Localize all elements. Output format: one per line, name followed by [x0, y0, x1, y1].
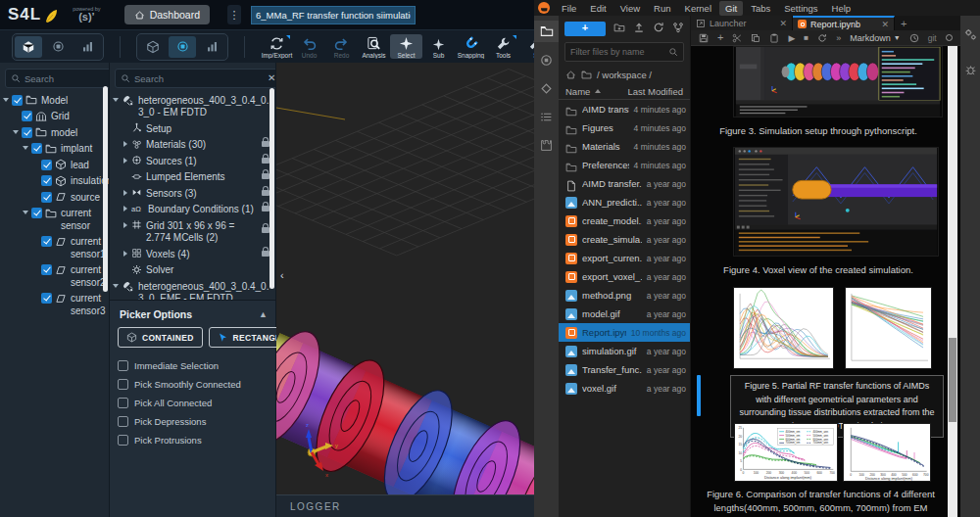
file-row[interactable]: export_voxel_...a year ago [559, 267, 690, 286]
view-bars-button[interactable] [198, 36, 225, 58]
run-all-button[interactable]: » [836, 33, 841, 43]
refresh-button[interactable] [653, 20, 664, 37]
running-sessions-tab[interactable] [534, 49, 559, 70]
tree-item-current-sensor3[interactable]: current sensor3 [0, 291, 109, 319]
menu-view[interactable]: View [614, 1, 646, 16]
cut-cell-button[interactable] [732, 29, 742, 47]
tree-item-sources[interactable]: Sources (1) [110, 153, 275, 169]
menu-settings[interactable]: Settings [778, 1, 823, 16]
file-row[interactable]: ANN_predicti...a year ago [559, 193, 690, 212]
clear-search-icon[interactable]: ✕ [268, 73, 275, 83]
model-tree-search-input[interactable] [24, 73, 110, 84]
caret-icon[interactable] [12, 129, 22, 137]
menu-tabs[interactable]: Tabs [745, 1, 776, 16]
clipped-toolbar-button[interactable]: S [519, 34, 534, 59]
file-browser-tab[interactable] [534, 21, 559, 42]
menu-kernel[interactable]: Kernel [679, 1, 717, 16]
caret-icon[interactable] [2, 97, 12, 105]
tree-item-sensors[interactable]: Sensors (3) [110, 185, 275, 202]
tools-button[interactable]: Tools [487, 34, 519, 59]
tree-item-source[interactable]: source [0, 189, 109, 206]
file-row[interactable]: method.pnga year ago [559, 286, 690, 305]
caret-icon[interactable] [122, 222, 131, 230]
git-sidebar-tab[interactable] [534, 77, 559, 99]
panel-collapse-chevron[interactable]: ‹ [280, 269, 284, 281]
file-row[interactable]: Materials4 minutes ago [559, 137, 690, 156]
dashboard-button[interactable]: Dashboard [124, 5, 210, 24]
breadcrumb[interactable]: / workspace / [559, 66, 690, 83]
file-row[interactable]: voxel.gifa year ago [559, 379, 690, 398]
caret-icon[interactable] [122, 251, 131, 258]
stop-kernel-button[interactable]: ■ [804, 33, 808, 42]
option-pick-depressions[interactable]: Pick Depressions [118, 412, 268, 431]
file-row[interactable]: Figures4 minutes ago [559, 118, 690, 137]
tree-item-current-sensor2[interactable]: current sensor2 [0, 262, 109, 291]
sub-button[interactable]: Sub [422, 34, 455, 59]
checkbox[interactable] [41, 160, 52, 170]
tree-item-implant[interactable]: implant [0, 141, 109, 158]
git-clone-button[interactable] [672, 20, 684, 37]
caret-icon[interactable] [22, 210, 31, 217]
file-row-selected[interactable]: Report.ipynb10 months ago [559, 323, 690, 342]
file-row[interactable]: create_model...a year ago [559, 212, 690, 230]
sim-tree-search-input[interactable] [134, 73, 264, 84]
snapping-button[interactable]: Snapping [455, 34, 487, 59]
tree1-scrollbar[interactable] [103, 86, 108, 292]
tree-item-lead[interactable]: lead [0, 157, 109, 173]
tree-item-grid-mcells[interactable]: Grid 301 x 96 x 96 = 2.774 MCells (2) [110, 217, 275, 246]
menu-git[interactable]: Git [719, 1, 743, 16]
title-menu-button[interactable]: ⋮ [227, 5, 241, 24]
view-target-button[interactable] [169, 36, 196, 58]
file-row[interactable]: AIMD transfer...4 minutes ago [559, 100, 690, 118]
caret-icon[interactable] [122, 206, 131, 213]
checkbox[interactable] [41, 192, 52, 203]
option-pick-all-connected[interactable]: Pick All Connected [118, 394, 268, 412]
history-button[interactable] [909, 29, 919, 47]
tree-item-model2[interactable]: model [0, 124, 109, 141]
tree-item-model[interactable]: Model [0, 92, 109, 109]
select-button[interactable]: Select [390, 34, 422, 59]
menu-edit[interactable]: Edit [584, 1, 612, 16]
checkbox[interactable] [41, 293, 52, 304]
option-immediate-selection[interactable]: Immediate Selection [118, 356, 268, 375]
menu-file[interactable]: File [556, 1, 582, 16]
checkbox[interactable] [41, 175, 52, 186]
menu-help[interactable]: Help [826, 1, 858, 16]
tree-item-boundary[interactable]: aΩ Boundary Conditions (1) [110, 202, 275, 218]
checkbox[interactable] [22, 111, 32, 121]
tab-report-ipynb[interactable]: Report.ipynb ✕ [793, 16, 895, 30]
tree-item-simulation2[interactable]: heterogeneous_400_3_0.4_0.3_0_EMF - EM F… [110, 278, 275, 300]
menu-run[interactable]: Run [648, 1, 676, 16]
model-mode-button[interactable] [15, 36, 42, 58]
logger-panel-header[interactable]: LOGGER [276, 494, 534, 517]
tree-item-current-sensor[interactable]: current sensor [0, 206, 109, 234]
checkbox[interactable] [31, 143, 42, 154]
file-row[interactable]: Transfer_func...a year ago [559, 360, 690, 379]
checkbox[interactable] [12, 95, 23, 106]
new-launcher-button[interactable]: + [564, 22, 606, 36]
file-row[interactable]: simulation.gifa year ago [559, 342, 690, 360]
viewport-3d[interactable]: ‹ z y x LOGGER [276, 63, 534, 517]
tree-item-solver[interactable]: Solver [110, 262, 275, 279]
tree-item-setup[interactable]: Setup [110, 120, 275, 137]
debugger-tab[interactable] [960, 59, 980, 80]
redo-button[interactable]: Redo [325, 34, 358, 59]
tree2-scrollbar[interactable] [270, 88, 274, 289]
checkbox[interactable] [118, 398, 128, 408]
tree-item-materials[interactable]: Materials (30) [110, 137, 275, 154]
run-cell-button[interactable]: ▶ [788, 33, 795, 43]
tree-item-current-sensor1[interactable]: current sensor1 [0, 234, 109, 262]
new-folder-button[interactable] [613, 20, 625, 37]
checkbox[interactable] [118, 416, 128, 427]
column-last-modified[interactable]: Last Modified [627, 86, 683, 97]
file-row[interactable]: create_simula...a year ago [559, 230, 690, 249]
copy-cell-button[interactable] [751, 29, 760, 47]
tree-item-lumped[interactable]: Lumped Elements [110, 169, 275, 186]
caret-icon[interactable] [122, 158, 131, 165]
checkbox[interactable] [118, 435, 128, 446]
tree-item-simulation1[interactable]: heterogeneous_400_3_0.4_0.3_0 - EM FDTD [110, 92, 275, 120]
column-name[interactable]: Name [565, 86, 590, 97]
tree-item-insulation[interactable]: insulation [0, 173, 109, 190]
close-tab-icon[interactable]: ✕ [881, 20, 889, 29]
analysis-button[interactable]: Analysis [358, 34, 390, 59]
